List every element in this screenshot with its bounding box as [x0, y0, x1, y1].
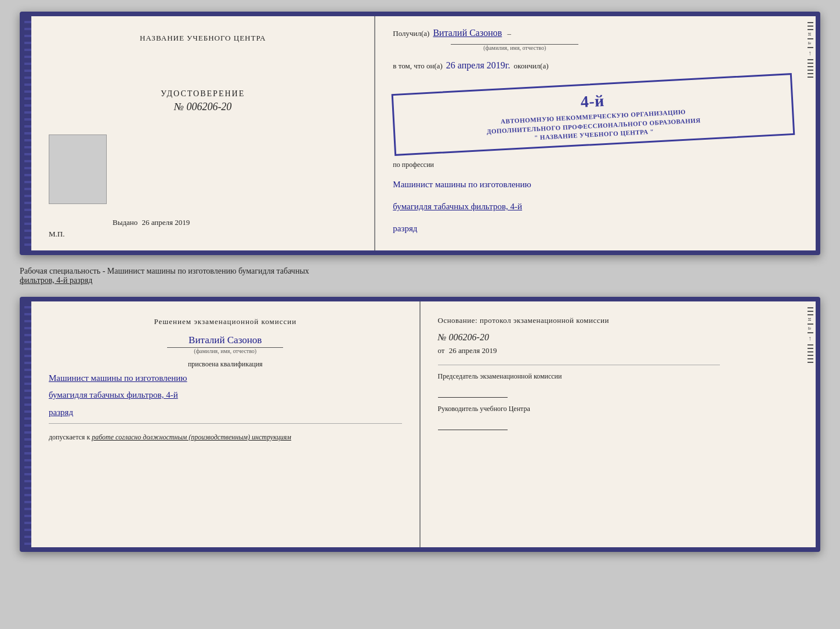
okonchil: окончил(а): [514, 61, 549, 71]
deco2-d8: [808, 351, 813, 352]
deco-d10: [808, 73, 813, 74]
vydano-prefix: Выдано: [113, 218, 137, 227]
stamp-block: 4-й АВТОНОМНУЮ НЕКОММЕРЧЕСКУЮ ОРГАНИЗАЦИ…: [392, 73, 795, 156]
deco-d2: [808, 26, 813, 27]
poluchil-line: Получил(a) Виталий Сазонов –: [393, 28, 794, 38]
prisvoena-label: присвоена квалификация: [49, 360, 402, 369]
director-label: Руководитель учебного Центра: [438, 403, 791, 414]
deco2-letter-i: и: [807, 318, 814, 321]
ot-prefix: от: [438, 346, 445, 355]
description-block: Рабочая специальность - Машинист машины …: [20, 264, 820, 288]
chairman-signature-line: [438, 386, 508, 398]
chairman-block: Председатель экзаменационной комиссии: [438, 371, 791, 398]
vtom-line: в том, что он(а) 26 апреля 2019г. окончи…: [393, 60, 794, 71]
deco2-letter-k: ←: [807, 336, 814, 342]
deco-d7: [808, 63, 813, 64]
poluchil-sub: (фамилия, имя, отчество): [451, 44, 578, 51]
document-book-1: НАЗВАНИЕ УЧЕБНОГО ЦЕНТРА УДОСТОВЕРЕНИЕ №…: [20, 12, 820, 255]
profession-line1: Машинист машины по изготовлению: [393, 177, 794, 191]
deco2-d4: [808, 323, 813, 325]
vtom-date: 26 апреля 2019г.: [446, 60, 510, 71]
komissia-name-sub: (фамилия, имя, отчество): [167, 347, 283, 354]
mp-label: М.П.: [49, 230, 64, 239]
osnovanie-title: Основание: протокол экзаменационной коми…: [438, 316, 791, 325]
right-deco: и а ←: [805, 16, 816, 250]
deco-letter-i: и: [807, 32, 814, 36]
komissia-title: Решением экзаменационной комиссии: [49, 316, 402, 328]
description-line2: фильтров, 4-й разряд: [20, 276, 92, 285]
document-book-2: Решением экзаменационной комиссии Витали…: [20, 297, 820, 552]
deco2-d3: [808, 314, 813, 315]
chairman-label: Председатель экзаменационной комиссии: [438, 371, 791, 381]
director-signature-line: [438, 419, 508, 430]
udostoverenie-number: № 006206-20: [161, 101, 245, 113]
doc2-right-page: Основание: протокол экзаменационной коми…: [421, 301, 806, 547]
left-spine-decoration: [24, 16, 31, 250]
kval-line1: Машинист машины по изготовлению: [49, 371, 402, 386]
dopuskaetsya-italic: работе согласно должностным (производств…: [92, 433, 291, 441]
deco-d5: [808, 47, 813, 48]
right-deco-2: и а ←: [805, 301, 816, 547]
udostoverenie-block: УДОСТОВЕРЕНИЕ № 006206-20: [161, 89, 245, 113]
deco2-letter-a: а: [807, 327, 814, 330]
dopuskaetsya-prefix: допускается к: [49, 433, 90, 441]
deco2-d9: [808, 355, 813, 356]
deco2-d6: [808, 344, 813, 346]
description-line1: Рабочая специальность - Машинист машины …: [20, 267, 309, 275]
vydano-line: Выдано 26 апреля 2019: [113, 218, 190, 227]
director-block: Руководитель учебного Центра: [438, 403, 791, 430]
deco2-d2: [808, 311, 813, 312]
udostoverenie-label: УДОСТОВЕРЕНИЕ: [161, 89, 245, 99]
deco2-d10: [808, 358, 813, 359]
dopuskaetsya-block: допускается к работе согласно должностны…: [49, 433, 402, 442]
deco-letter-k: ←: [807, 50, 814, 57]
deco2-d1: [808, 307, 813, 308]
profession-line3: разряд: [393, 221, 794, 235]
training-center-title: НАЗВАНИЕ УЧЕБНОГО ЦЕНТРА: [140, 34, 266, 43]
kval-line3: разряд: [49, 405, 402, 420]
deco-d11: [808, 77, 813, 78]
deco2-d5: [808, 332, 813, 333]
komissia-name: Виталий Сазонов: [49, 335, 402, 346]
deco2-d11: [808, 362, 813, 363]
vtom-prefix: в том, что он(а): [393, 61, 443, 71]
deco-d6: [808, 59, 813, 60]
photo-placeholder: [49, 134, 107, 204]
deco-d8: [808, 66, 813, 67]
deco2-d7: [808, 348, 813, 349]
poluchil-name: Виталий Сазонов: [433, 28, 502, 38]
protocol-number: № 006206-20: [438, 332, 791, 343]
kval-line2: бумагидля табачных фильтров, 4-й: [49, 388, 402, 403]
deco-d1: [808, 22, 813, 23]
doc1-right-page: Получил(a) Виталий Сазонов – (фамилия, и…: [375, 16, 805, 250]
deco-d3: [808, 29, 813, 30]
deco-letter-a: а: [807, 42, 814, 45]
dash1: –: [505, 29, 511, 38]
ot-line: от 26 апреля 2019: [438, 346, 791, 355]
left-spine-2: [24, 301, 31, 547]
vydano-date: 26 апреля 2019: [142, 218, 190, 227]
profession-line2: бумагидля табачных фильтров, 4-й: [393, 199, 794, 213]
deco-d9: [808, 70, 813, 71]
ot-date: 26 апреля 2019: [449, 346, 497, 355]
po-professii-label: по профессии: [393, 161, 794, 169]
deco-d4: [808, 38, 813, 39]
poluchil-prefix: Получил(a): [393, 29, 429, 38]
doc2-left-page: Решением экзаменационной комиссии Витали…: [31, 301, 421, 547]
doc1-left-page: НАЗВАНИЕ УЧЕБНОГО ЦЕНТРА УДОСТОВЕРЕНИЕ №…: [31, 16, 375, 250]
